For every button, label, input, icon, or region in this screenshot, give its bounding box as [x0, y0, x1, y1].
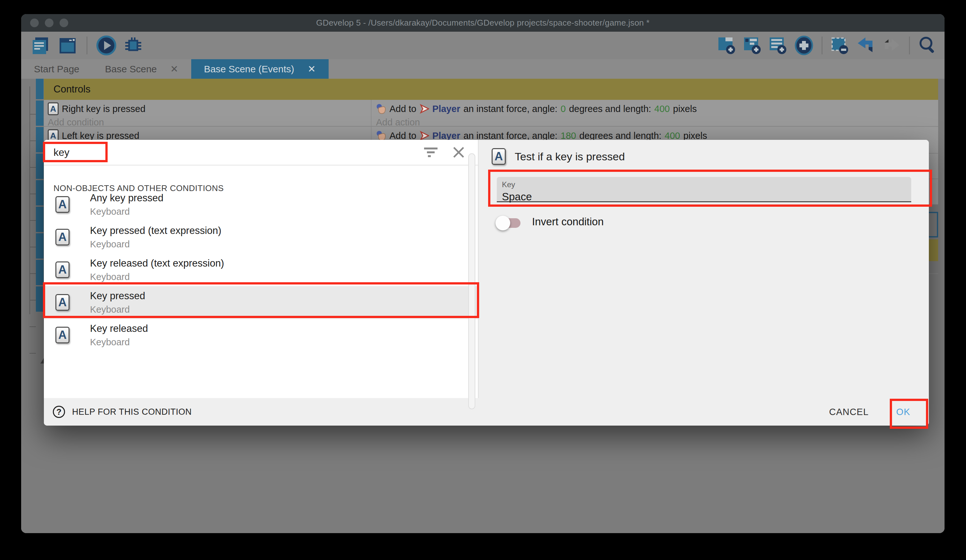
player-object-icon — [420, 131, 429, 141]
invert-condition-toggle[interactable] — [497, 218, 521, 228]
annotation-box-key-pressed-item — [43, 282, 479, 318]
action-text: Add to — [389, 104, 416, 114]
player-object-icon — [420, 104, 429, 114]
window-title: GDevelop 5 - /Users/dkarakay/Documents/G… — [316, 18, 649, 28]
angle-value: 0 — [560, 104, 566, 114]
tab-start-page[interactable]: Start Page — [21, 59, 92, 79]
object-name: Player — [432, 104, 460, 114]
search-row: key — [44, 140, 478, 165]
question-mark-icon: ? — [53, 406, 65, 418]
debug-icon[interactable] — [123, 36, 143, 56]
tab-label: Base Scene (Events) — [204, 64, 294, 75]
event-selection-bar[interactable] — [36, 233, 44, 259]
keyboard-key-icon: A — [48, 102, 59, 115]
keyboard-key-icon: A — [56, 262, 69, 278]
event-selection-bar[interactable] — [36, 154, 44, 179]
add-condition-link[interactable]: Add condition — [48, 117, 371, 128]
tab-base-scene[interactable]: Base Scene ✕ — [92, 59, 191, 79]
list-item-key-released[interactable]: A Key released Keyboard — [44, 319, 478, 351]
event-selection-bar[interactable] — [36, 207, 44, 232]
filter-icon[interactable] — [424, 146, 438, 159]
action-text: pixels — [683, 131, 707, 141]
event-row[interactable]: A Right key is pressed Add condition Add… — [44, 100, 938, 127]
project-manager-icon[interactable] — [31, 36, 51, 56]
add-comment-icon[interactable] — [768, 36, 788, 56]
scene-editor-icon[interactable] — [58, 36, 77, 56]
item-subtitle: Keyboard — [90, 239, 221, 250]
force-hand-icon — [376, 103, 386, 114]
item-subtitle: Keyboard — [90, 337, 148, 347]
action-text: pixels — [673, 104, 697, 114]
toolbar-separator — [909, 36, 910, 54]
keyboard-key-icon: A — [492, 148, 506, 165]
condition-title: Test if a key is pressed — [515, 151, 625, 163]
event-selection-bar[interactable] — [36, 79, 44, 99]
tab-base-scene-events[interactable]: Base Scene (Events) ✕ — [191, 59, 329, 79]
length-value: 400 — [665, 131, 680, 141]
condition-text: Left key is pressed — [62, 131, 139, 141]
angle-value: 180 — [560, 131, 576, 141]
toolbar-separator — [821, 36, 823, 54]
add-new-icon[interactable] — [794, 36, 814, 56]
comment-text: Controls — [44, 84, 90, 95]
main-toolbar — [21, 32, 945, 59]
action-text: an instant force, angle: — [463, 104, 557, 114]
event-selection-bar[interactable] — [36, 287, 44, 312]
redo-icon[interactable] — [881, 36, 901, 56]
item-subtitle: Keyboard — [90, 206, 163, 217]
close-tab-icon[interactable]: ✕ — [171, 63, 178, 75]
action-text: an instant force, angle: — [463, 131, 557, 141]
action-text: degrees and length: — [569, 104, 651, 114]
item-title: Any key pressed — [90, 192, 163, 204]
event-selection-bar[interactable] — [36, 100, 44, 126]
keyboard-key-icon: A — [56, 327, 69, 343]
conditions-cell[interactable]: A Right key is pressed Add condition — [44, 100, 371, 126]
item-subtitle: Keyboard — [90, 272, 224, 282]
dialog-footer: ? HELP FOR THIS CONDITION CANCEL OK — [44, 398, 929, 426]
keyboard-key-icon: A — [56, 196, 69, 213]
event-comment-row[interactable]: Controls — [44, 79, 938, 100]
editor-tabs: Start Page Base Scene ✕ Base Scene (Even… — [21, 59, 945, 79]
help-label: HELP FOR THIS CONDITION — [72, 407, 192, 417]
action-text: degrees and length: — [579, 131, 661, 141]
minimize-window-button[interactable] — [45, 18, 54, 27]
invert-condition-label: Invert condition — [532, 216, 604, 228]
close-window-button[interactable] — [30, 18, 39, 27]
close-dialog-icon[interactable] — [452, 146, 465, 159]
titlebar: GDevelop 5 - /Users/dkarakay/Documents/G… — [21, 14, 945, 32]
annotation-box-key-field — [488, 170, 932, 207]
list-scrollbar[interactable] — [468, 153, 475, 409]
add-event-icon[interactable] — [717, 36, 737, 56]
close-tab-icon[interactable]: ✕ — [308, 63, 316, 75]
actions-cell[interactable]: Add to Player an instant force, angle: 0… — [371, 100, 938, 126]
play-icon[interactable] — [96, 36, 116, 56]
undo-icon[interactable] — [856, 36, 876, 56]
add-subevent-icon[interactable] — [743, 36, 762, 56]
traffic-lights — [30, 18, 68, 27]
action-text: Add to — [389, 131, 416, 141]
object-name: Player — [432, 131, 460, 141]
search-icon[interactable] — [918, 36, 938, 56]
condition-search-panel: key NON-OBJECTS AND OTHER CONDITIONS A A… — [44, 140, 479, 398]
zoom-window-button[interactable] — [59, 18, 68, 27]
list-item-any-key-pressed[interactable]: A Any key pressed Keyboard — [44, 188, 478, 221]
add-action-link[interactable]: Add action — [376, 117, 938, 128]
toggle-thumb[interactable] — [496, 216, 510, 231]
list-item-key-pressed-text-expression[interactable]: A Key pressed (text expression) Keyboard — [44, 221, 478, 254]
condition-list: A Any key pressed Keyboard A Key pressed… — [44, 188, 478, 351]
remove-event-icon[interactable] — [830, 36, 850, 56]
tab-label: Base Scene — [105, 64, 157, 75]
event-selection-bar[interactable] — [36, 260, 44, 285]
keyboard-key-icon: A — [56, 229, 69, 246]
item-title: Key released (text expression) — [90, 258, 224, 269]
condition-text: Right key is pressed — [62, 104, 145, 114]
cancel-button[interactable]: CANCEL — [829, 407, 869, 417]
length-value: 400 — [654, 104, 670, 114]
event-selection-bar[interactable] — [36, 180, 44, 205]
list-item-key-released-text-expression[interactable]: A Key released (text expression) Keyboar… — [44, 254, 478, 286]
help-button[interactable]: ? HELP FOR THIS CONDITION — [53, 406, 192, 418]
tab-label: Start Page — [34, 64, 79, 75]
toolbar-separator — [87, 36, 87, 54]
annotation-box-ok-button — [890, 399, 928, 429]
event-selection-bar[interactable] — [36, 127, 44, 152]
